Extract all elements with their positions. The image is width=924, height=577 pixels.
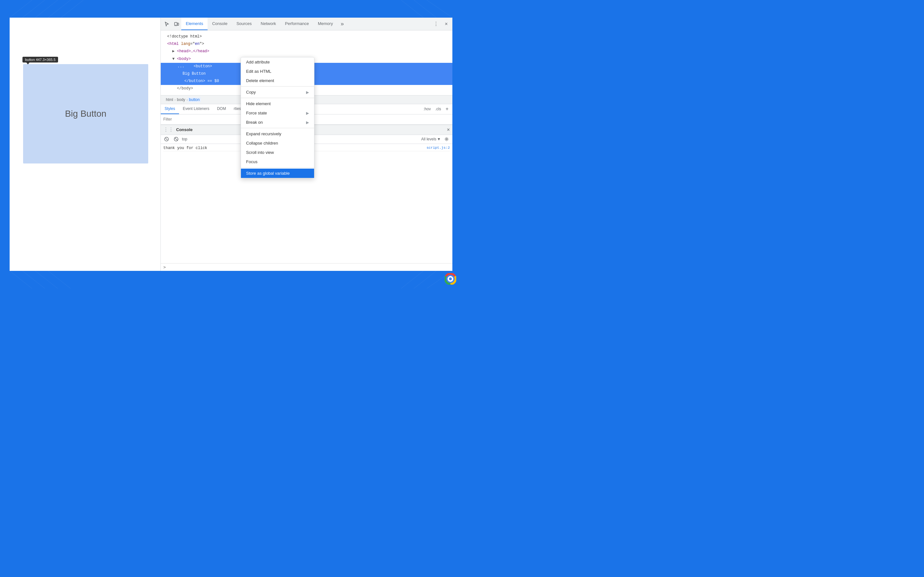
svg-line-6 (414, 0, 436, 18)
context-menu-divider-1 (241, 86, 314, 87)
svg-line-12 (401, 271, 423, 288)
devtools-actions: ⋮ × (431, 19, 451, 29)
context-menu-store-global[interactable]: Store as global variable (241, 169, 314, 178)
console-ban-btn[interactable] (172, 135, 180, 143)
svg-line-5 (401, 0, 423, 18)
context-menu-divider-2 (241, 98, 314, 98)
element-tooltip: button 447.3×365.5 (23, 57, 58, 63)
inner-tab-dom[interactable]: DOM (213, 104, 230, 114)
cursor-icon (164, 21, 170, 27)
context-menu-divider-3 (241, 128, 314, 128)
chrome-logo (445, 273, 456, 285)
console-title: Console (176, 127, 192, 132)
svg-line-1 (23, 0, 45, 18)
tab-memory[interactable]: Memory (313, 18, 338, 30)
inner-tab-styles[interactable]: Styles (161, 104, 179, 114)
context-menu-break-on[interactable]: Break on ▶ (241, 118, 314, 127)
svg-line-7 (427, 0, 452, 18)
svg-point-27 (449, 277, 452, 280)
big-button-label: Big Button (65, 109, 106, 119)
tab-elements[interactable]: Elements (181, 18, 208, 30)
device-toggle-btn[interactable] (172, 19, 181, 29)
context-menu-collapse[interactable]: Collapse children (241, 139, 314, 148)
svg-line-13 (414, 271, 436, 288)
ban-icon (174, 137, 178, 141)
context-menu-hide-element[interactable]: Hide element (241, 99, 314, 108)
svg-line-2 (35, 0, 58, 18)
context-menu-expand[interactable]: Expand recursively (241, 129, 314, 139)
context-menu-copy[interactable]: Copy ▶ (241, 87, 314, 97)
console-context-selector[interactable]: top (182, 137, 187, 141)
inspect-icon-btn[interactable] (162, 19, 172, 29)
svg-line-9 (23, 271, 45, 288)
svg-line-0 (10, 0, 32, 18)
context-menu-edit-html[interactable]: Edit as HTML (241, 67, 314, 76)
big-button[interactable]: Big Button (23, 64, 148, 163)
settings-icon (444, 137, 449, 141)
tab-sources[interactable]: Sources (232, 18, 256, 30)
console-input[interactable] (168, 265, 450, 269)
add-style-btn[interactable]: + (444, 105, 450, 113)
svg-point-22 (446, 139, 447, 140)
svg-line-10 (35, 271, 58, 288)
devtools-header: Elements Console Sources Network Perform… (161, 18, 452, 31)
cls-btn[interactable]: .cls (434, 106, 443, 112)
dom-line-head[interactable]: ▶ <head>…</head> (161, 48, 452, 55)
devtools-close-btn[interactable]: × (441, 19, 451, 29)
context-menu-focus[interactable]: Focus (241, 157, 314, 166)
copy-arrow-icon: ▶ (306, 90, 309, 95)
svg-line-21 (175, 138, 178, 141)
breadcrumb-html[interactable]: html (165, 97, 174, 102)
svg-line-8 (10, 271, 32, 288)
console-level-selector[interactable]: All levels ▼ (421, 137, 441, 141)
break-on-arrow-icon: ▶ (306, 120, 309, 125)
clear-icon (164, 137, 169, 141)
hov-btn[interactable]: :hov (422, 106, 432, 112)
drag-handle-icon: ⋮⋮ (163, 127, 174, 133)
force-state-arrow-icon: ▶ (306, 111, 309, 115)
more-tabs-btn[interactable]: » (338, 18, 347, 30)
console-prompt-arrow: > (163, 265, 166, 269)
svg-rect-16 (178, 23, 179, 25)
tab-network[interactable]: Network (256, 18, 281, 30)
dom-line-doctype[interactable]: <!doctype html> (161, 33, 452, 40)
context-menu-scroll[interactable]: Scroll into view (241, 148, 314, 157)
console-prompt: > (161, 263, 452, 271)
tab-performance[interactable]: Performance (280, 18, 313, 30)
svg-line-4 (61, 0, 83, 18)
tooltip-text: button 447.3×365.5 (25, 58, 55, 61)
console-clear-btn[interactable] (163, 135, 170, 143)
context-menu-force-state[interactable]: Force state ▶ (241, 108, 314, 118)
page-preview: button 447.3×365.5 Big Button (10, 18, 167, 271)
context-menu-delete-element[interactable]: Delete element (241, 76, 314, 85)
breadcrumb-button[interactable]: button (188, 97, 201, 102)
svg-line-11 (48, 271, 71, 288)
devtools-tabs: Elements Console Sources Network Perform… (181, 18, 431, 30)
devtools-settings-btn[interactable]: ⋮ (431, 19, 441, 29)
breadcrumb-body[interactable]: body (176, 97, 186, 102)
context-menu: Add attribute Edit as HTML Delete elemen… (241, 57, 314, 178)
context-menu-divider-4 (241, 167, 314, 168)
inner-tab-event-listeners[interactable]: Event Listeners (179, 104, 213, 114)
tab-console[interactable]: Console (208, 18, 232, 30)
svg-line-19 (166, 138, 168, 140)
styles-toolbar-right: :hov .cls + (422, 105, 452, 113)
svg-line-3 (48, 0, 71, 18)
console-settings-btn[interactable] (443, 135, 451, 143)
device-icon (174, 21, 179, 27)
console-log-source[interactable]: script.js:2 (426, 146, 450, 150)
console-close-btn[interactable]: × (447, 127, 450, 133)
dom-line-html[interactable]: <html lang="en"> (161, 40, 452, 48)
context-menu-add-attribute[interactable]: Add attribute (241, 57, 314, 67)
